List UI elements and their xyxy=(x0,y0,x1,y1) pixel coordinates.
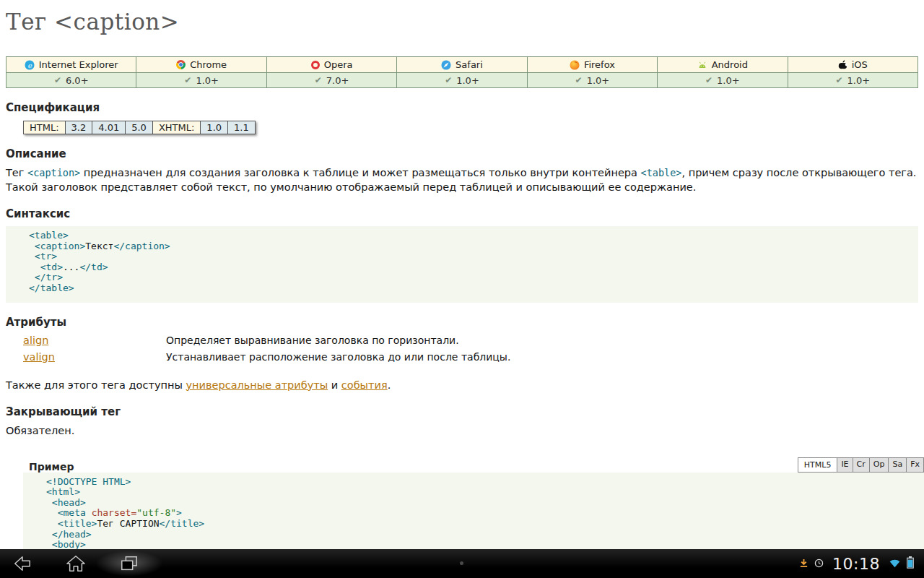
browser-col-firefox: Firefox xyxy=(527,57,657,72)
code-line: <table> xyxy=(29,230,912,241)
alarm-icon xyxy=(814,557,824,571)
code-line: <tr> xyxy=(29,251,912,262)
browser-name: Internet Explorer xyxy=(39,59,118,70)
version-label: 1.0+ xyxy=(717,75,740,86)
battery-icon xyxy=(907,556,914,571)
universal-attributes-link[interactable]: универсальные атрибуты xyxy=(186,379,328,391)
browser-col-opera: Opera xyxy=(266,57,396,72)
events-link[interactable]: события xyxy=(341,379,388,391)
check-icon: ✔ xyxy=(54,75,61,85)
spec-cell-xhtml: XHTML: xyxy=(152,121,200,134)
tab-ie[interactable]: IE xyxy=(837,457,853,473)
browser-version: ✔1.0+ xyxy=(396,72,526,87)
browser-version-row: ✔6.0+ ✔1.0+ ✔7.0+ ✔1.0+ ✔1.0+ ✔1.0+ ✔1.0… xyxy=(6,72,918,87)
check-icon: ✔ xyxy=(835,75,842,85)
recent-apps-button[interactable] xyxy=(117,553,141,574)
check-icon: ✔ xyxy=(445,75,452,85)
safari-icon xyxy=(441,60,451,70)
text-part: предназначен для создания заголовка к та… xyxy=(80,167,640,178)
apple-icon xyxy=(838,59,847,70)
tab-chrome[interactable]: Cr xyxy=(853,457,870,473)
spec-cell-version: 1.1 xyxy=(227,121,255,134)
spec-cell-version: 5.0 xyxy=(125,121,152,134)
spec-cell-html: HTML: xyxy=(24,121,65,134)
code-line: <meta charset="utf-8"> xyxy=(46,508,918,519)
opera-icon xyxy=(311,61,320,69)
text-part: и xyxy=(328,379,341,391)
attr-link-align[interactable]: align xyxy=(23,335,48,346)
spec-cell-version: 4.01 xyxy=(92,121,125,134)
browser-col-internet-explorer: e Internet Explorer xyxy=(6,57,136,72)
check-icon: ✔ xyxy=(575,75,583,85)
code-line: </head> xyxy=(46,530,918,540)
internet-explorer-icon: e xyxy=(25,60,35,70)
check-icon: ✔ xyxy=(315,75,322,85)
browser-version: ✔1.0+ xyxy=(136,72,266,87)
browser-name: Android xyxy=(712,59,748,70)
browser-version: ✔6.0+ xyxy=(6,72,136,87)
closing-tag-text: Обязателен. xyxy=(6,424,918,439)
code-line: <!DOCTYPE HTML> xyxy=(46,477,918,488)
navigation-buttons xyxy=(0,553,141,574)
browser-header-row: e Internet Explorer Chrome Opera Safari xyxy=(6,57,918,72)
android-icon xyxy=(697,60,707,69)
browser-name: Safari xyxy=(456,59,483,70)
code-line: <caption>Текст</caption> xyxy=(29,241,912,252)
code-line: <td>...</td> xyxy=(29,262,912,273)
browser-version: ✔1.0+ xyxy=(788,72,918,87)
back-button[interactable] xyxy=(10,553,35,574)
browser-col-safari: Safari xyxy=(396,57,526,72)
closing-tag-heading: Закрывающий тег xyxy=(6,405,918,418)
syntax-heading: Синтаксис xyxy=(6,207,918,220)
description-text: Тег <caption> предназначен для создания … xyxy=(6,166,918,194)
browser-name: Firefox xyxy=(584,59,615,70)
chrome-icon xyxy=(176,60,186,69)
system-navigation-bar: 10:18 xyxy=(0,549,924,578)
version-label: 1.0+ xyxy=(847,75,870,86)
clock: 10:18 xyxy=(832,555,880,573)
version-label: 1.0+ xyxy=(196,75,219,86)
tab-html5[interactable]: HTML5 xyxy=(798,457,838,473)
text-part: Также для этого тега доступны xyxy=(6,379,186,391)
browser-version: ✔1.0+ xyxy=(657,72,787,87)
browser-name: Opera xyxy=(324,59,353,70)
attr-link-valign[interactable]: valign xyxy=(23,351,55,363)
download-notification-icon xyxy=(799,557,808,571)
code-line: <head> xyxy=(46,498,918,509)
browser-name: Chrome xyxy=(190,59,227,70)
check-icon: ✔ xyxy=(184,75,191,85)
text-part: Тег xyxy=(6,167,27,178)
home-button[interactable] xyxy=(64,553,88,574)
wifi-icon xyxy=(889,557,901,571)
attributes-note: Также для этого тега доступны универсаль… xyxy=(6,379,918,393)
version-label: 1.0+ xyxy=(456,75,479,86)
code-line: </table> xyxy=(29,283,912,294)
example-header: Пример HTML5 IE Cr Op Sa Fx xyxy=(23,457,924,473)
tab-opera[interactable]: Op xyxy=(870,457,889,473)
version-label: 6.0+ xyxy=(66,75,89,86)
attribute-description: Устанавливает расположение заголовка до … xyxy=(166,351,510,363)
check-icon: ✔ xyxy=(705,75,712,85)
tab-firefox[interactable]: Fx xyxy=(907,457,924,473)
center-dot xyxy=(460,561,463,565)
syntax-code: <table> <caption>Текст</caption> <tr> <t… xyxy=(6,226,918,303)
browser-name: iOS xyxy=(852,59,868,70)
example-tabs: HTML5 IE Cr Op Sa Fx xyxy=(798,457,924,473)
example-code: <!DOCTYPE HTML><html> <head> <meta chars… xyxy=(23,473,924,549)
firefox-icon xyxy=(570,60,580,70)
attribute-term: valign xyxy=(6,351,166,363)
code-line: </tr> xyxy=(29,272,912,283)
spec-cell-version: 3.2 xyxy=(65,121,92,134)
code-line: <html> xyxy=(46,487,918,498)
example-section: Пример HTML5 IE Cr Op Sa Fx <!DOCTYPE HT… xyxy=(23,457,924,549)
attributes-heading: Атрибуты xyxy=(6,316,918,329)
browser-col-chrome: Chrome xyxy=(136,57,266,72)
code-line: <body> xyxy=(46,540,918,549)
status-area[interactable]: 10:18 xyxy=(799,555,924,573)
browser-col-ios: iOS xyxy=(788,57,918,72)
code-line: <title>Тег CAPTION</title> xyxy=(46,519,918,530)
documentation-page: Тег <caption> e Internet Explorer Chrome… xyxy=(0,0,924,549)
version-label: 7.0+ xyxy=(326,75,349,86)
tab-safari[interactable]: Sa xyxy=(889,457,907,473)
attribute-row: valign Устанавливает расположение заголо… xyxy=(6,351,918,363)
